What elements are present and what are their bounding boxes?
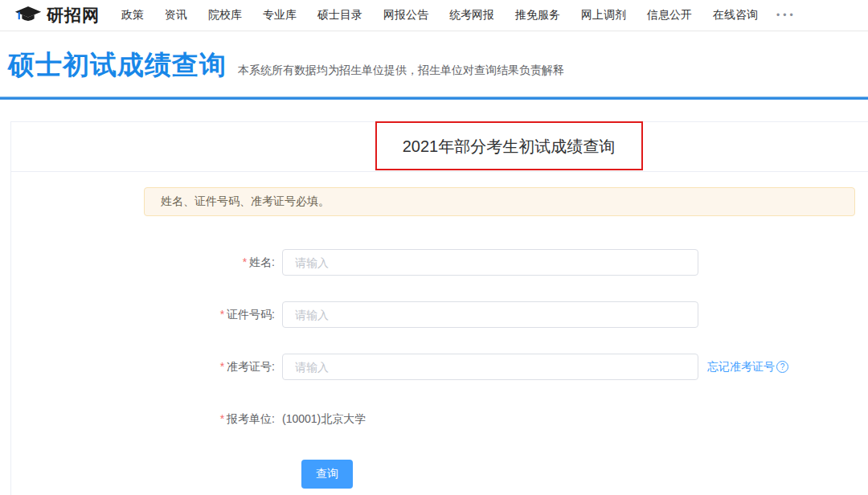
nav-more-dots-icon[interactable]: ••• xyxy=(768,10,805,21)
page-header: 硕士初试成绩查询 本系统所有数据均为招生单位提供，招生单位对查询结果负责解释 xyxy=(0,31,868,84)
admission-ticket-input[interactable] xyxy=(282,354,698,380)
panel-title: 2021年部分考生初试成绩查询 xyxy=(403,136,616,158)
notice-text: 姓名、证件号码、准考证号必填。 xyxy=(161,194,330,209)
target-unit-label: *报考单位: xyxy=(11,412,275,427)
nav-item-policy[interactable]: 政策 xyxy=(111,8,154,22)
top-navigation: 研招网 政策 资讯 院校库 专业库 硕士目录 网报公告 统考网报 推免服务 网上… xyxy=(0,0,868,31)
id-number-input[interactable] xyxy=(282,301,698,328)
form-row-admission-ticket: *准考证号: 忘记准考证号? xyxy=(11,354,868,380)
score-query-panel: 2021年部分考生初试成绩查询 姓名、证件号码、准考证号必填。 *姓名: *证件… xyxy=(10,121,868,495)
forgot-ticket-link[interactable]: 忘记准考证号? xyxy=(707,360,788,374)
nav-item-online-consult[interactable]: 在线咨询 xyxy=(702,8,768,22)
logo-text: 研招网 xyxy=(47,4,100,27)
page-subtitle: 本系统所有数据均为招生单位提供，招生单位对查询结果负责解释 xyxy=(238,63,564,78)
nav-item-master-catalog[interactable]: 硕士目录 xyxy=(307,8,373,22)
required-mark: * xyxy=(243,256,247,268)
panel-header: 2021年部分考生初试成绩查询 xyxy=(11,122,868,172)
target-unit-value: (10001)北京大学 xyxy=(282,412,366,427)
required-mark: * xyxy=(220,360,224,373)
form-row-target-unit: *报考单位: (10001)北京大学 xyxy=(11,406,868,432)
admission-ticket-label: *准考证号: xyxy=(11,360,275,374)
nav-item-unified-exam[interactable]: 统考网报 xyxy=(439,8,505,22)
required-mark: * xyxy=(220,308,224,321)
graduation-cap-icon xyxy=(14,6,47,25)
form-row-id-number: *证件号码: xyxy=(11,301,868,328)
form-row-name: *姓名: xyxy=(11,249,868,276)
nav-menu: 政策 资讯 院校库 专业库 硕士目录 网报公告 统考网报 推免服务 网上调剂 信… xyxy=(111,8,805,22)
name-input[interactable] xyxy=(282,249,698,276)
nav-item-online-announce[interactable]: 网报公告 xyxy=(373,8,439,22)
nav-item-exempt-service[interactable]: 推免服务 xyxy=(505,8,571,22)
query-button[interactable]: 查询 xyxy=(301,460,353,489)
nav-item-info-public[interactable]: 信息公开 xyxy=(637,8,702,22)
page-title: 硕士初试成绩查询 xyxy=(8,47,227,84)
id-number-label: *证件号码: xyxy=(11,308,275,322)
required-fields-notice: 姓名、证件号码、准考证号必填。 xyxy=(144,187,855,216)
nav-item-news[interactable]: 资讯 xyxy=(154,8,198,22)
name-label: *姓名: xyxy=(11,256,275,270)
query-form: *姓名: *证件号码: *准考证号: 忘记准考证号? *报考单位: (10001… xyxy=(11,249,868,489)
nav-item-online-adjust[interactable]: 网上调剂 xyxy=(571,8,637,22)
site-logo[interactable]: 研招网 xyxy=(14,4,100,27)
blue-divider xyxy=(0,96,868,100)
nav-item-college-db[interactable]: 院校库 xyxy=(198,8,252,22)
nav-item-major-db[interactable]: 专业库 xyxy=(252,8,307,22)
required-mark: * xyxy=(220,412,224,425)
question-circle-icon: ? xyxy=(776,361,788,373)
button-row: 查询 xyxy=(301,460,868,489)
